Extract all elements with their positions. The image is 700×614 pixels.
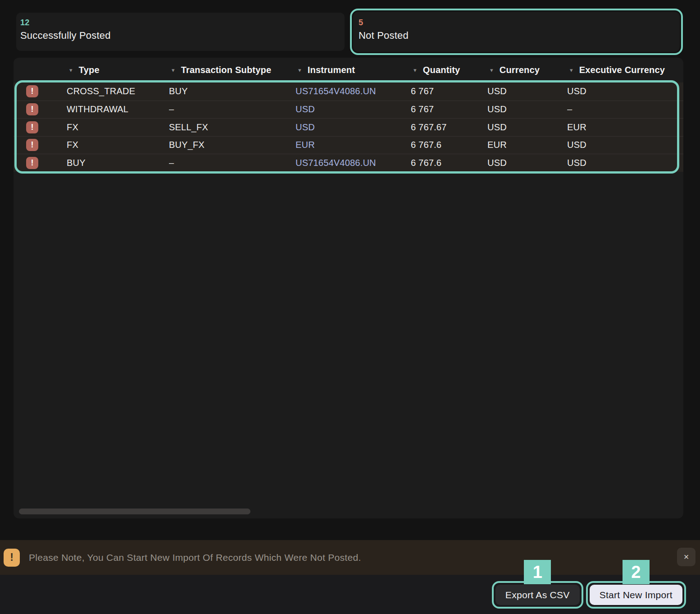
error-icon: ! bbox=[26, 157, 38, 169]
error-icon: ! bbox=[26, 121, 38, 133]
cell-currency: USD bbox=[487, 104, 567, 115]
annotation-badge-2: 2 bbox=[623, 560, 650, 584]
chevron-down-icon[interactable]: ▾ bbox=[172, 67, 175, 73]
cell-type: CROSS_TRADE bbox=[67, 86, 169, 96]
cell-currency: USD bbox=[487, 158, 567, 168]
column-header[interactable]: ▾ Instrument bbox=[295, 65, 411, 75]
stat-card-successfully-posted[interactable]: 12 Successfully Posted bbox=[16, 13, 345, 51]
row-status-cell: ! bbox=[14, 121, 67, 133]
not-posted-annotation-border: 5 Not Posted bbox=[350, 9, 683, 55]
cell-quantity: 6 767.67 bbox=[411, 122, 487, 133]
cell-executive-currency: USD bbox=[567, 158, 683, 168]
cell-transaction-subtype: SELL_FX bbox=[169, 122, 295, 133]
table-rows: ! CROSS_TRADE BUY US71654V4086.UN 6 767 … bbox=[14, 82, 683, 172]
table-row[interactable]: ! WITHDRAWAL – USD 6 767 USD – bbox=[14, 101, 683, 119]
close-icon: × bbox=[684, 552, 689, 562]
chevron-down-icon[interactable]: ▾ bbox=[570, 67, 573, 73]
cell-executive-currency: – bbox=[567, 104, 683, 115]
annotation-badge-1: 1 bbox=[524, 560, 551, 584]
cell-type: FX bbox=[67, 122, 169, 133]
not-posted-label: Not Posted bbox=[359, 30, 675, 41]
cell-executive-currency: EUR bbox=[567, 122, 683, 133]
chevron-down-icon[interactable]: ▾ bbox=[414, 67, 417, 73]
cell-currency: EUR bbox=[487, 140, 567, 150]
cell-currency: USD bbox=[487, 86, 567, 96]
posted-label: Successfully Posted bbox=[20, 30, 340, 41]
footer-actions: 1 Export As CSV 2 Start New Import bbox=[0, 575, 700, 614]
cell-currency: USD bbox=[487, 122, 567, 133]
cell-transaction-subtype: – bbox=[169, 158, 295, 168]
chevron-down-icon[interactable]: ▾ bbox=[490, 67, 493, 73]
cell-transaction-subtype: BUY_FX bbox=[169, 140, 295, 150]
start-new-import-button[interactable]: Start New Import bbox=[590, 585, 682, 605]
column-header[interactable]: ▾ Executive Currency bbox=[567, 65, 683, 75]
instrument-link[interactable]: USD bbox=[295, 122, 411, 133]
notification-bar: ! Please Note, You Can Start New Import … bbox=[0, 540, 700, 575]
cell-transaction-subtype: BUY bbox=[169, 86, 295, 96]
error-icon: ! bbox=[26, 103, 38, 115]
error-icon: ! bbox=[26, 139, 38, 151]
posted-count: 12 bbox=[20, 18, 340, 27]
instrument-link[interactable]: EUR bbox=[295, 140, 411, 150]
close-notification-button[interactable]: × bbox=[677, 548, 695, 566]
not-posted-count: 5 bbox=[359, 18, 675, 27]
column-header[interactable]: ▾ Type bbox=[67, 65, 169, 75]
row-status-cell: ! bbox=[14, 139, 67, 151]
stats-row: 12 Successfully Posted 5 Not Posted bbox=[0, 8, 700, 56]
row-status-cell: ! bbox=[14, 85, 67, 97]
instrument-link[interactable]: US71654V4086.UN bbox=[295, 158, 411, 168]
chevron-down-icon[interactable]: ▾ bbox=[298, 67, 301, 73]
cell-executive-currency: USD bbox=[567, 140, 683, 150]
export-as-csv-button[interactable]: Export As CSV bbox=[495, 585, 580, 605]
start-new-import-annotation-border: 2 Start New Import bbox=[586, 581, 686, 609]
cell-quantity: 6 767.6 bbox=[411, 158, 487, 168]
horizontal-scrollbar-thumb[interactable] bbox=[19, 509, 250, 514]
table-row[interactable]: ! CROSS_TRADE BUY US71654V4086.UN 6 767 … bbox=[14, 82, 683, 101]
stat-card-not-posted[interactable]: 5 Not Posted bbox=[353, 12, 680, 52]
cell-quantity: 6 767.6 bbox=[411, 140, 487, 150]
notification-text: Please Note, You Can Start New Import Of… bbox=[29, 552, 361, 563]
cell-type: BUY bbox=[67, 158, 169, 168]
warning-icon: ! bbox=[4, 549, 20, 567]
table-header: ▾ Type ▾ Transaction Subtype ▾ Instrumen… bbox=[14, 58, 683, 82]
cell-executive-currency: USD bbox=[567, 86, 683, 96]
export-csv-annotation-border: 1 Export As CSV bbox=[492, 581, 583, 609]
instrument-link[interactable]: US71654V4086.UN bbox=[295, 86, 411, 96]
table-row[interactable]: ! BUY – US71654V4086.UN 6 767.6 USD USD bbox=[14, 154, 683, 172]
row-status-cell: ! bbox=[14, 103, 67, 115]
results-table: ▾ Type ▾ Transaction Subtype ▾ Instrumen… bbox=[14, 58, 683, 518]
column-header[interactable]: ▾ Quantity bbox=[411, 65, 487, 75]
table-row[interactable]: ! FX SELL_FX USD 6 767.67 USD EUR bbox=[14, 118, 683, 136]
error-icon: ! bbox=[26, 85, 38, 97]
cell-quantity: 6 767 bbox=[411, 86, 487, 96]
column-header[interactable]: ▾ Transaction Subtype bbox=[169, 65, 295, 75]
cell-type: FX bbox=[67, 140, 169, 150]
instrument-link[interactable]: USD bbox=[295, 104, 411, 115]
cell-type: WITHDRAWAL bbox=[67, 104, 169, 115]
column-header[interactable]: ▾ Currency bbox=[487, 65, 567, 75]
chevron-down-icon[interactable]: ▾ bbox=[69, 67, 73, 73]
table-row[interactable]: ! FX BUY_FX EUR 6 767.6 EUR USD bbox=[14, 136, 683, 154]
cell-transaction-subtype: – bbox=[169, 104, 295, 115]
cell-quantity: 6 767 bbox=[411, 104, 487, 115]
row-status-cell: ! bbox=[14, 157, 67, 169]
